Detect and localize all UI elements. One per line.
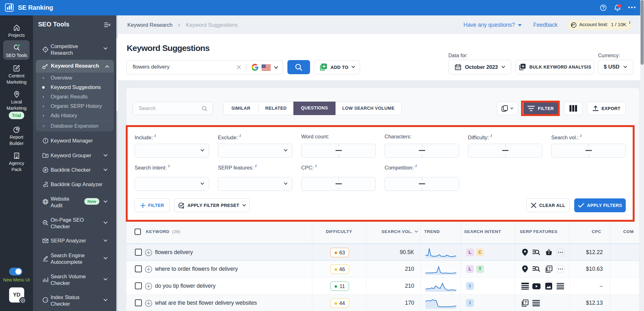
svg-text:?: ? — [548, 266, 551, 271]
svg-text:?: ? — [525, 300, 527, 305]
